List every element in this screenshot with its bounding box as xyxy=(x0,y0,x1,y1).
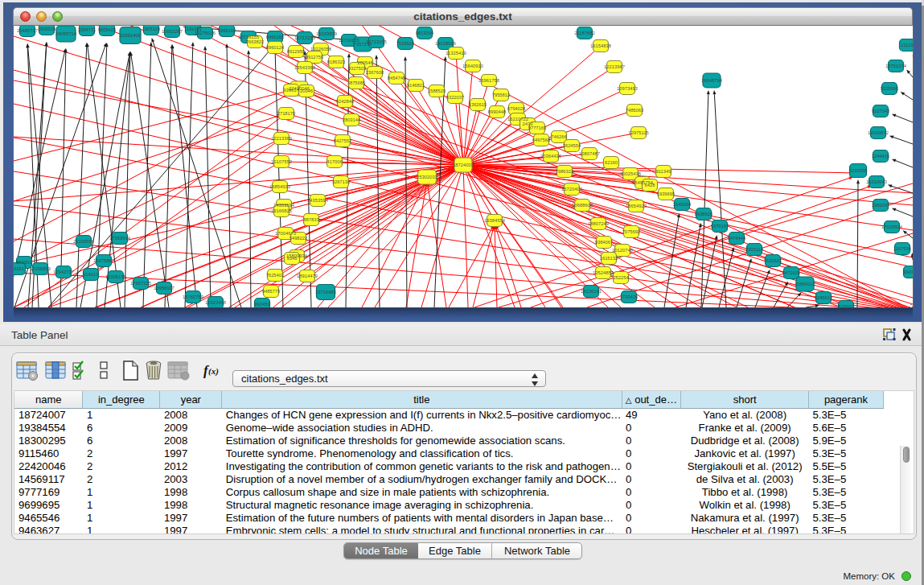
svg-text:1588520: 1588520 xyxy=(428,89,446,93)
svg-text:6379197: 6379197 xyxy=(711,224,729,229)
svg-text:12905135: 12905135 xyxy=(105,274,126,279)
svg-text:25302033: 25302033 xyxy=(417,175,437,179)
svg-text:24055714: 24055714 xyxy=(55,31,77,36)
svg-text:62160: 62160 xyxy=(605,160,618,165)
svg-text:8813094: 8813094 xyxy=(416,31,434,35)
svg-text:17957225: 17957225 xyxy=(130,281,151,286)
svg-text:746266: 746266 xyxy=(551,134,566,139)
svg-text:11325419: 11325419 xyxy=(446,51,466,56)
svg-text:12923468: 12923468 xyxy=(205,300,226,305)
svg-text:15716485: 15716485 xyxy=(315,290,336,295)
svg-text:15640910: 15640910 xyxy=(462,64,483,68)
svg-text:6497568: 6497568 xyxy=(532,138,551,142)
svg-text:7632621: 7632621 xyxy=(764,258,782,263)
svg-text:2803144: 2803144 xyxy=(343,117,361,122)
svg-text:9146821: 9146821 xyxy=(407,83,425,88)
svg-text:6322037: 6322037 xyxy=(446,95,465,100)
svg-text:9485779: 9485779 xyxy=(262,289,281,294)
svg-text:11121: 11121 xyxy=(901,43,913,47)
svg-text:6794028: 6794028 xyxy=(507,106,526,111)
svg-text:8186323: 8186323 xyxy=(327,60,346,64)
svg-text:10120746: 10120746 xyxy=(612,248,633,253)
svg-text:1905119: 1905119 xyxy=(142,27,160,31)
svg-text:9327503: 9327503 xyxy=(348,66,367,71)
svg-text:939617: 939617 xyxy=(283,88,298,93)
svg-text:16210643: 16210643 xyxy=(866,179,887,184)
svg-text:20691406: 20691406 xyxy=(120,33,141,38)
svg-text:9474444: 9474444 xyxy=(728,236,746,241)
svg-text:13226058: 13226058 xyxy=(310,47,331,51)
svg-text:8454749: 8454749 xyxy=(388,76,406,80)
svg-text:16648794: 16648794 xyxy=(701,78,723,83)
svg-text:2367608: 2367608 xyxy=(366,70,384,75)
svg-text:887833: 887833 xyxy=(303,217,318,222)
svg-text:1640954: 1640954 xyxy=(673,202,692,207)
svg-text:18654923: 18654923 xyxy=(626,204,647,208)
svg-text:(x): (x) xyxy=(208,366,219,377)
svg-text:9777169: 9777169 xyxy=(528,126,547,130)
svg-text:17359934: 17359934 xyxy=(109,236,131,241)
svg-text:1244415: 1244415 xyxy=(872,154,890,159)
svg-text:19975887: 19975887 xyxy=(93,258,114,263)
svg-text:12942737: 12942737 xyxy=(53,270,74,274)
svg-text:12093872: 12093872 xyxy=(868,130,889,135)
svg-text:15720407: 15720407 xyxy=(561,187,582,192)
svg-text:1939695: 1939695 xyxy=(657,192,676,196)
svg-text:1167534: 1167534 xyxy=(893,246,912,251)
svg-text:252254: 252254 xyxy=(613,275,629,280)
svg-text:7663822: 7663822 xyxy=(246,39,265,44)
svg-text:16543362: 16543362 xyxy=(294,65,315,70)
svg-text:1362615: 1362615 xyxy=(469,102,487,107)
svg-text:10107552: 10107552 xyxy=(271,159,292,164)
svg-text:18914479: 18914479 xyxy=(297,274,318,278)
svg-text:10973493: 10973493 xyxy=(617,86,638,91)
svg-text:8990448: 8990448 xyxy=(488,109,507,114)
svg-text:8912955: 8912955 xyxy=(287,49,306,54)
svg-text:16033809: 16033809 xyxy=(316,31,337,36)
svg-text:13276026: 13276026 xyxy=(195,31,216,35)
svg-text:15751074: 15751074 xyxy=(885,64,907,68)
svg-text:39151: 39151 xyxy=(14,266,24,271)
svg-text:3498222: 3498222 xyxy=(290,236,308,241)
svg-text:992450: 992450 xyxy=(254,302,269,307)
svg-text:6966160: 6966160 xyxy=(218,28,236,33)
svg-text:20485717: 20485717 xyxy=(17,28,38,33)
svg-text:6428: 6428 xyxy=(645,183,655,187)
svg-text:893001: 893001 xyxy=(16,260,31,265)
svg-text:7955812: 7955812 xyxy=(492,93,511,97)
svg-text:1903919: 1903919 xyxy=(38,27,56,31)
svg-text:876561: 876561 xyxy=(838,304,853,307)
svg-text:9605425: 9605425 xyxy=(98,27,117,32)
svg-text:19218506: 19218506 xyxy=(435,41,456,46)
svg-text:9346: 9346 xyxy=(287,256,298,261)
svg-text:8960124: 8960124 xyxy=(266,45,285,50)
svg-text:14353594: 14353594 xyxy=(307,198,329,203)
svg-text:7986322: 7986322 xyxy=(556,169,574,174)
svg-text:20364436: 20364436 xyxy=(540,154,561,159)
svg-text:2718170: 2718170 xyxy=(277,111,296,116)
svg-text:10688609: 10688609 xyxy=(572,203,593,208)
svg-text:10654112: 10654112 xyxy=(795,282,815,286)
svg-text:6966160: 6966160 xyxy=(266,35,285,39)
svg-text:10958117: 10958117 xyxy=(154,286,174,290)
svg-text:9329966: 9329966 xyxy=(881,86,899,91)
svg-text:911349: 911349 xyxy=(656,169,671,174)
svg-text:3875685: 3875685 xyxy=(347,80,366,85)
svg-text:1969297: 1969297 xyxy=(872,203,890,208)
svg-text:1054731: 1054731 xyxy=(78,27,97,32)
svg-text:8427552: 8427552 xyxy=(334,138,352,143)
svg-text:12975115: 12975115 xyxy=(628,130,648,135)
svg-text:16154838: 16154838 xyxy=(590,43,611,48)
svg-text:3624554: 3624554 xyxy=(563,143,581,148)
svg-text:19384554: 19384554 xyxy=(484,218,506,223)
svg-text:21187682: 21187682 xyxy=(574,31,594,35)
svg-text:13524851: 13524851 xyxy=(593,270,614,275)
svg-text:9242848: 9242848 xyxy=(336,99,355,104)
svg-text:9384067: 9384067 xyxy=(595,240,614,245)
svg-text:7485063: 7485063 xyxy=(626,108,644,113)
svg-text:19166825: 19166825 xyxy=(271,208,292,213)
svg-text:17016504: 17016504 xyxy=(881,225,903,229)
svg-text:3267130: 3267130 xyxy=(332,179,351,184)
svg-text:12156859: 12156859 xyxy=(30,266,51,271)
svg-text:14353594: 14353594 xyxy=(273,203,295,208)
